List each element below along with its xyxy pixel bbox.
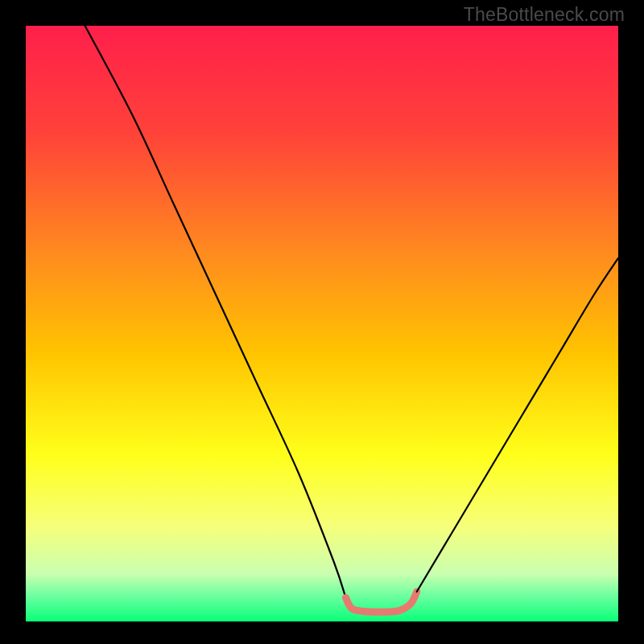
watermark-text: TheBottleneck.com [464,4,625,26]
bottleneck-plot [0,0,644,644]
chart-frame: TheBottleneck.com [0,0,644,644]
